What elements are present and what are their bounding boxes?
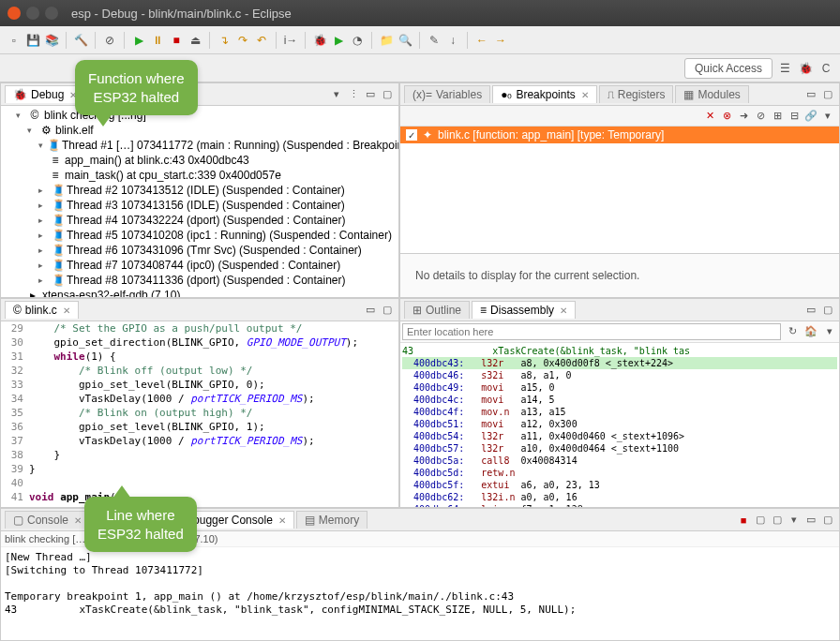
profile-icon[interactable]: ◔	[349, 32, 366, 49]
tab-modules[interactable]: ▦Modules	[675, 85, 748, 103]
view-menu-icon[interactable]: ▾	[820, 109, 835, 124]
disassembly-listing[interactable]: 43 xTaskCreate(&blink_task, "blink tas 4…	[400, 343, 839, 507]
suspend-icon[interactable]: ⏸	[149, 32, 166, 49]
bp-label: blink.c [function: app_main] [type: Temp…	[438, 128, 664, 142]
maximize-icon[interactable]: ▢	[820, 513, 835, 528]
tab-debug-label: Debug	[31, 88, 64, 101]
bp-checkbox[interactable]: ✓	[406, 129, 417, 141]
home-icon[interactable]: 🏠	[803, 323, 818, 338]
expand-all-icon[interactable]: ⊞	[770, 109, 785, 124]
tree-frame-0[interactable]: ≡app_main() at blink.c:43 0x400dbc43	[5, 153, 395, 168]
maximize-icon[interactable]: ▢	[380, 303, 395, 318]
collapse-all-icon[interactable]: ⊟	[787, 109, 802, 124]
minimize-icon[interactable]: ▭	[803, 87, 818, 102]
link-icon[interactable]: 🔗	[803, 109, 818, 124]
tab-memory[interactable]: ▤Memory	[296, 511, 368, 529]
view-menu-icon[interactable]: ▾	[822, 323, 837, 338]
tree-thread-7[interactable]: ▸🧵Thread #7 1073408744 (ipc0) (Suspended…	[5, 258, 395, 273]
remove-all-bp-icon[interactable]: ⊗	[719, 109, 734, 124]
disasm-location-input[interactable]	[402, 323, 781, 340]
build-icon[interactable]: 🔨	[72, 32, 89, 49]
save-icon[interactable]: 💾	[24, 32, 41, 49]
step-over-icon[interactable]: ↷	[234, 32, 251, 49]
tree-gdb[interactable]: ▸xtensa-esp32-elf-gdb (7.10)	[5, 288, 395, 297]
window-maximize-button[interactable]	[45, 7, 58, 20]
tab-variables[interactable]: (x)=Variables	[404, 85, 490, 103]
code-editor[interactable]: 29 /* Set the GPIO as a push/pull output…	[1, 321, 398, 507]
tab-blink-c[interactable]: © blink.c ✕	[5, 301, 79, 319]
minimize-icon[interactable]: ▭	[803, 303, 818, 318]
disassembly-view: ⊞Outline ≡Disassembly✕ ▭ ▢ ↻ 🏠 ▾ 43 xTas…	[399, 298, 840, 508]
callout-function: Function where ESP32 halted	[75, 60, 198, 115]
tree-thread-4[interactable]: ▸🧵Thread #4 1073432224 (dport) (Suspende…	[5, 213, 395, 228]
debug-dropdown-icon[interactable]: ▾	[329, 87, 344, 102]
close-icon[interactable]: ✕	[63, 306, 70, 316]
back-icon[interactable]: ←	[473, 32, 490, 49]
forward-icon[interactable]: →	[492, 32, 509, 49]
close-icon[interactable]: ✕	[278, 515, 286, 526]
debug-tree[interactable]: ▾©blink checking [...ng] ▾⚙blink.elf ▾🧵T…	[1, 106, 398, 297]
bp-detail-message: No details to display for the current se…	[408, 261, 832, 290]
tab-debug[interactable]: 🐞 Debug ✕	[5, 85, 85, 103]
window-close-button[interactable]	[8, 7, 21, 20]
save-all-icon[interactable]: 📚	[43, 32, 60, 49]
step-return-icon[interactable]: ↶	[253, 32, 270, 49]
perspective-resource-icon[interactable]: ☰	[776, 60, 793, 77]
tree-thread-2[interactable]: ▸🧵Thread #2 1073413512 (IDLE) (Suspended…	[5, 183, 395, 198]
tab-outline[interactable]: ⊞Outline	[404, 301, 470, 319]
pin-icon[interactable]: ▢	[753, 513, 768, 528]
toggle-mark-icon[interactable]: ✎	[426, 32, 442, 49]
clear-icon[interactable]: ■	[736, 513, 751, 528]
display-icon[interactable]: ▢	[770, 513, 785, 528]
callout-line: Line where ESP32 halted	[84, 497, 197, 552]
new-icon[interactable]: ▫	[6, 32, 22, 49]
resume-icon[interactable]: ▶	[130, 32, 147, 49]
skip-bp-icon[interactable]: ⊘	[101, 32, 118, 49]
tab-registers[interactable]: ⎍Registers	[599, 85, 674, 103]
tab-disassembly[interactable]: ≡Disassembly✕	[472, 301, 576, 319]
run-launch-icon[interactable]: ▶	[330, 32, 347, 49]
tree-thread-1[interactable]: ▾🧵Thread #1 […] 073411772 (main : Runnin…	[5, 138, 395, 153]
console-output[interactable]: [New Thread …] [Switching to Thread 1073…	[1, 547, 839, 640]
minimize-icon[interactable]: ▭	[363, 87, 378, 102]
terminate-icon[interactable]: ■	[168, 32, 185, 49]
view-menu-icon[interactable]: ⋮	[346, 87, 361, 102]
window-minimize-button[interactable]	[26, 7, 39, 20]
quick-access-box[interactable]: Quick Access	[684, 58, 772, 79]
maximize-icon[interactable]: ▢	[820, 303, 835, 318]
close-icon[interactable]: ✕	[560, 306, 567, 316]
close-icon[interactable]: ✕	[581, 90, 589, 100]
tree-thread-5[interactable]: ▸🧵Thread #5 1073410208 (ipc1 : Running) …	[5, 228, 395, 243]
refresh-icon[interactable]: ↻	[785, 323, 800, 338]
maximize-icon[interactable]: ▢	[380, 87, 395, 102]
minimize-icon[interactable]: ▭	[363, 303, 378, 318]
search-icon[interactable]: 🔍	[397, 32, 413, 49]
debug-tab-icon: 🐞	[13, 88, 27, 101]
open-type-icon[interactable]: 📁	[378, 32, 395, 49]
perspective-debug-icon[interactable]: 🐞	[797, 60, 814, 77]
remove-bp-icon[interactable]: ✕	[702, 109, 717, 124]
debug-launch-icon[interactable]: 🐞	[311, 32, 328, 49]
c-file-icon: ©	[13, 304, 22, 317]
goto-file-icon[interactable]: ➜	[736, 109, 751, 124]
tree-elf[interactable]: ▾⚙blink.elf	[5, 123, 395, 138]
close-icon[interactable]: ✕	[74, 515, 82, 526]
tree-thread-8[interactable]: ▸🧵Thread #8 1073411336 (dport) (Suspende…	[5, 273, 395, 288]
perspective-c-icon[interactable]: C	[818, 60, 834, 77]
next-annotation-icon[interactable]: ↓	[444, 32, 461, 49]
tree-thread-6[interactable]: ▸🧵Thread #6 1073431096 (Tmr Svc) (Suspen…	[5, 243, 395, 258]
tree-thread-3[interactable]: ▸🧵Thread #3 1073413156 (IDLE) (Suspended…	[5, 198, 395, 213]
disconnect-icon[interactable]: ⏏	[187, 32, 203, 49]
breakpoint-row[interactable]: ✓ ✦ blink.c [function: app_main] [type: …	[400, 127, 839, 143]
maximize-icon[interactable]: ▢	[820, 87, 835, 102]
tree-launch[interactable]: ▾©blink checking [...ng]	[5, 108, 395, 123]
skip-all-icon[interactable]: ⊘	[753, 109, 768, 124]
tree-frame-1[interactable]: ≡main_task() at cpu_start.c:339 0x400d05…	[5, 168, 395, 183]
bp-icon: ✦	[423, 128, 432, 142]
instruction-stepping-icon[interactable]: i→	[282, 32, 299, 49]
minimize-icon[interactable]: ▭	[803, 513, 818, 528]
step-into-icon[interactable]: ↴	[216, 32, 232, 49]
tab-breakpoints[interactable]: ●₀Breakpoints✕	[492, 85, 597, 103]
tab-console[interactable]: ▢Console✕	[5, 511, 90, 529]
view-menu-icon[interactable]: ▾	[787, 513, 802, 528]
